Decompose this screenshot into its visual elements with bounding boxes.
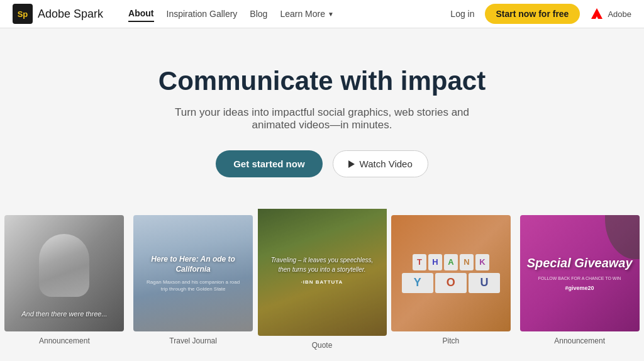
gallery-item-announcement-1[interactable]: And then there were three... Announcemen…	[0, 215, 129, 345]
gallery-img-giveaway: Special Giveaway FOLLOW BACK FOR A CHANC…	[520, 215, 640, 331]
logo-icon: Sp	[13, 4, 33, 24]
nav-inspiration[interactable]: Inspiration Gallery	[167, 6, 238, 21]
giveaway-title: Special Giveaway	[527, 255, 633, 270]
quote-image: Traveling – it leaves you speechless, th…	[258, 209, 387, 336]
logo-name: Adobe Spark	[38, 8, 103, 21]
gallery-img-travel: Here to Here: An ode to California Ragan…	[133, 215, 253, 331]
navbar-right: Log in Start now for free Adobe	[450, 4, 631, 24]
hero-subtitle: Turn your ideas into impactful social gr…	[165, 106, 479, 131]
travel-title: Here to Here: An ode to California	[143, 254, 243, 275]
gallery-label-2: Quote	[312, 341, 333, 350]
adobe-logo-icon	[590, 7, 604, 21]
chevron-down-icon: ▼	[328, 11, 334, 18]
giveaway-image: Special Giveaway FOLLOW BACK FOR A CHANC…	[520, 215, 640, 331]
nav-about[interactable]: About	[128, 6, 153, 22]
gallery-img-quote: Traveling – it leaves you speechless, th…	[258, 209, 387, 336]
thank-letters-top: T H A N K	[413, 254, 489, 270]
gallery-row: And then there were three... Announcemen…	[0, 215, 644, 361]
thank-letters-bottom: Y O U	[402, 273, 500, 293]
get-started-button[interactable]: Get started now	[216, 150, 322, 177]
gallery-img-pitch: T H A N K Y O U	[391, 215, 511, 331]
login-button[interactable]: Log in	[450, 9, 474, 19]
play-icon	[348, 160, 355, 168]
gallery-item-travel[interactable]: Here to Here: An ode to California Ragan…	[129, 215, 258, 345]
gallery-label-3: Pitch	[443, 336, 460, 345]
logo-area[interactable]: Sp Adobe Spark	[13, 4, 103, 24]
travel-image: Here to Here: An ode to California Ragan…	[133, 215, 253, 331]
navbar-left: Sp Adobe Spark About Inspiration Gallery…	[13, 4, 334, 24]
leaf-decoration	[605, 215, 640, 259]
watch-video-button[interactable]: Watch Video	[333, 150, 428, 177]
gallery-item-pitch[interactable]: T H A N K Y O U Pitch	[387, 215, 516, 345]
adobe-area: Adobe	[590, 7, 631, 21]
gallery-item-quote[interactable]: Traveling – it leaves you speechless, th…	[258, 209, 387, 350]
start-now-button[interactable]: Start now for free	[485, 4, 580, 24]
hand-text: And then there were three...	[21, 309, 107, 319]
giveaway-sub: FOLLOW BACK FOR A CHANCE TO WIN	[538, 275, 621, 282]
gallery-label-0: Announcement	[39, 336, 90, 345]
hero-title: Communicate with impact	[13, 66, 631, 96]
quote-text: Traveling – it leaves you speechless, th…	[270, 255, 374, 274]
nav-learn-more[interactable]: Learn More ▼	[280, 6, 334, 21]
gallery-item-giveaway[interactable]: Special Giveaway FOLLOW BACK FOR A CHANC…	[515, 215, 644, 345]
adobe-label: Adobe	[608, 9, 631, 19]
nav-links: About Inspiration Gallery Blog Learn Mor…	[128, 6, 334, 22]
gallery-label-1: Travel Journal	[169, 336, 217, 345]
hand-decoration	[39, 234, 89, 297]
hand-image: And then there were three...	[4, 215, 124, 331]
travel-subtitle: Ragan Maxson and his companion a road tr…	[143, 279, 243, 292]
gallery-section: And then there were three... Announcemen…	[0, 209, 644, 361]
thank-you-image: T H A N K Y O U	[391, 215, 511, 331]
giveaway-hashtag: #giveme20	[565, 285, 594, 291]
quote-author: ·IBN BATTUTA	[301, 279, 343, 285]
gallery-img-hand: And then there were three...	[4, 215, 124, 331]
hero-buttons: Get started now Watch Video	[13, 150, 631, 177]
hero-section: Communicate with impact Turn your ideas …	[0, 28, 644, 209]
navbar: Sp Adobe Spark About Inspiration Gallery…	[0, 0, 644, 28]
gallery-label-4: Announcement	[554, 336, 605, 345]
nav-blog[interactable]: Blog	[250, 6, 267, 21]
